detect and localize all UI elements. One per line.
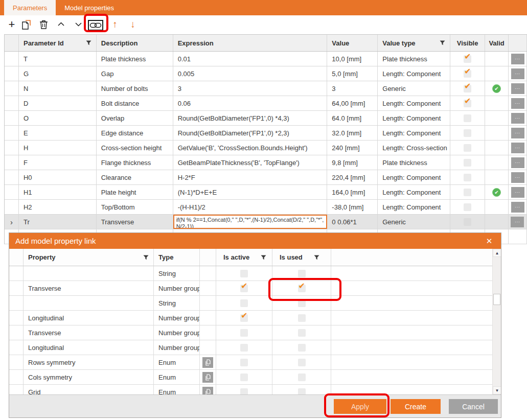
property-row[interactable]: Transverse Number groups bbox=[9, 281, 492, 296]
property-row[interactable]: Longitudinal Number groups bbox=[9, 340, 492, 355]
property-cell[interactable] bbox=[24, 266, 154, 281]
value-type-cell[interactable]: Length: Component bbox=[378, 66, 450, 81]
filter-icon[interactable] bbox=[261, 255, 266, 260]
property-cell[interactable]: Transverse bbox=[24, 281, 154, 295]
visible-checkbox[interactable] bbox=[464, 174, 471, 181]
more-button[interactable]: ... bbox=[511, 113, 524, 124]
parameter-id-cell[interactable]: D bbox=[19, 96, 97, 110]
expression-cell[interactable]: (N-1)*D+E+E bbox=[173, 185, 328, 199]
apply-button[interactable]: Apply bbox=[334, 399, 386, 414]
more-button[interactable]: ... bbox=[511, 83, 524, 94]
is-used-checkbox[interactable] bbox=[298, 374, 306, 381]
table-row[interactable]: E Edge distance Round(GetBoltDiameter('F… bbox=[5, 126, 527, 141]
property-cell[interactable]: Longitudinal bbox=[24, 340, 154, 355]
row-selector[interactable] bbox=[5, 185, 19, 199]
more-button[interactable]: ... bbox=[511, 202, 524, 213]
property-row[interactable]: Grid Enum bbox=[9, 385, 492, 394]
value-type-cell[interactable]: Length: Component bbox=[378, 111, 450, 125]
visible-checkbox[interactable] bbox=[464, 114, 471, 122]
is-active-checkbox[interactable] bbox=[240, 374, 248, 381]
more-button[interactable]: ... bbox=[511, 157, 524, 168]
property-cell[interactable]: Grid bbox=[24, 385, 154, 394]
visible-checkbox[interactable] bbox=[464, 203, 471, 211]
is-active-checkbox[interactable] bbox=[240, 270, 248, 277]
is-active-checkbox[interactable] bbox=[240, 299, 248, 307]
value-type-cell[interactable]: Length: Component bbox=[378, 185, 450, 199]
expression-cell[interactable]: GetBeamPlateThickness('B', 'TopFlange') bbox=[173, 155, 328, 170]
description-cell[interactable]: Flange thickness bbox=[97, 155, 173, 170]
row-selector[interactable] bbox=[5, 155, 19, 170]
row-selector[interactable] bbox=[5, 52, 19, 66]
value-type-cell[interactable]: Length: Component bbox=[378, 126, 450, 140]
value-type-cell[interactable]: Length: Component bbox=[378, 170, 450, 184]
is-used-checkbox[interactable] bbox=[298, 285, 306, 292]
property-row[interactable]: Cols symmetry Enum bbox=[9, 370, 492, 385]
value-type-cell[interactable]: Length: Cross-section bbox=[378, 141, 450, 155]
table-row[interactable]: D Bolt distance 0.06 64,00 [mm] Length: … bbox=[5, 96, 527, 111]
table-row[interactable]: N Number of bolts 3 3 Generic ✔ ... bbox=[5, 81, 527, 96]
is-active-checkbox[interactable] bbox=[240, 388, 248, 395]
row-selector[interactable] bbox=[5, 170, 19, 184]
visible-checkbox[interactable] bbox=[464, 55, 471, 63]
cancel-button[interactable]: Cancel bbox=[449, 399, 498, 414]
table-row[interactable]: T Plate thickness 0.01 10,0 [mm] Plate t… bbox=[5, 52, 527, 66]
more-button[interactable]: ... bbox=[511, 143, 524, 153]
table-row[interactable]: F Flange thickness GetBeamPlateThickness… bbox=[5, 155, 527, 170]
is-used-checkbox[interactable] bbox=[298, 344, 306, 352]
more-button[interactable]: ... bbox=[511, 217, 524, 227]
filter-icon[interactable] bbox=[86, 40, 91, 45]
property-cell[interactable]: Cols symmetry bbox=[24, 370, 154, 384]
description-cell[interactable]: Number of bolts bbox=[97, 81, 173, 96]
expression-cell[interactable]: Round(GetBoltDiameter('FP1',0) *2,3) bbox=[173, 126, 328, 140]
table-row[interactable]: H2 Top/Bottom -(H-H1)/2 -38,0 [mm] Lengt… bbox=[5, 200, 527, 215]
value-type-cell[interactable]: Generic bbox=[378, 81, 450, 96]
visible-checkbox[interactable] bbox=[464, 100, 471, 107]
parameter-id-cell[interactable]: E bbox=[19, 126, 97, 140]
chevron-down-icon[interactable] bbox=[75, 19, 82, 30]
row-selector[interactable] bbox=[5, 96, 19, 110]
parameter-id-cell[interactable]: H0 bbox=[19, 170, 97, 184]
move-down-icon[interactable]: ↓ bbox=[128, 18, 138, 31]
is-used-checkbox[interactable] bbox=[298, 270, 306, 277]
more-button[interactable]: ... bbox=[511, 98, 524, 109]
expression-cell[interactable]: -(H-H1)/2 bbox=[173, 200, 328, 214]
description-cell[interactable]: Plate thickness bbox=[97, 52, 173, 66]
copy-enum-button[interactable] bbox=[202, 372, 213, 383]
table-row[interactable]: H1 Plate height (N-1)*D+E+E 164,0 [mm] L… bbox=[5, 185, 527, 200]
description-cell[interactable]: Transverse bbox=[97, 215, 173, 229]
table-row[interactable]: H0 Clearance H-2*F 220,4 [mm] Length: Co… bbox=[5, 170, 527, 185]
row-expander[interactable]: › bbox=[5, 215, 19, 229]
property-row[interactable]: Transverse Number groups bbox=[9, 325, 492, 340]
parameter-id-cell[interactable]: Tr bbox=[19, 215, 97, 229]
parameter-id-cell[interactable]: O bbox=[19, 111, 97, 125]
visible-checkbox[interactable] bbox=[464, 70, 471, 78]
parameter-id-cell[interactable]: N bbox=[19, 81, 97, 96]
row-selector[interactable] bbox=[5, 111, 19, 125]
visible-checkbox[interactable] bbox=[464, 129, 471, 137]
visible-checkbox[interactable] bbox=[464, 144, 471, 152]
parameter-id-cell[interactable]: H2 bbox=[19, 200, 97, 214]
is-used-checkbox[interactable] bbox=[298, 299, 306, 307]
is-used-checkbox[interactable] bbox=[298, 329, 306, 337]
is-used-checkbox[interactable] bbox=[298, 388, 306, 395]
tab-model-properties[interactable]: Model properties bbox=[56, 0, 123, 15]
scroll-up-icon[interactable]: ▲ bbox=[493, 249, 501, 257]
is-active-checkbox[interactable] bbox=[240, 344, 248, 352]
expression-cell[interactable]: GetValue('B', 'CrossSection.Bounds.Heigh… bbox=[173, 141, 328, 155]
value-type-cell[interactable]: Plate thickness bbox=[378, 52, 450, 66]
add-parameter-button[interactable]: + bbox=[6, 18, 17, 31]
link-model-property-button[interactable] bbox=[88, 20, 103, 31]
copy-enum-button[interactable] bbox=[202, 387, 213, 395]
property-cell[interactable]: Transverse bbox=[24, 325, 154, 340]
expression-cell[interactable]: H-2*F bbox=[173, 170, 328, 184]
description-cell[interactable]: Top/Bottom bbox=[97, 200, 173, 214]
row-selector[interactable] bbox=[5, 200, 19, 214]
parameter-id-cell[interactable]: F bbox=[19, 155, 97, 170]
more-button[interactable]: ... bbox=[511, 187, 524, 198]
is-active-checkbox[interactable] bbox=[240, 314, 248, 322]
property-cell[interactable]: Rows symmetry bbox=[24, 355, 154, 369]
visible-checkbox[interactable] bbox=[464, 189, 471, 196]
more-button[interactable]: ... bbox=[511, 172, 524, 183]
table-row[interactable]: G Gap 0.005 5,0 [mm] Length: Component ✔… bbox=[5, 66, 527, 81]
row-selector[interactable] bbox=[5, 126, 19, 140]
